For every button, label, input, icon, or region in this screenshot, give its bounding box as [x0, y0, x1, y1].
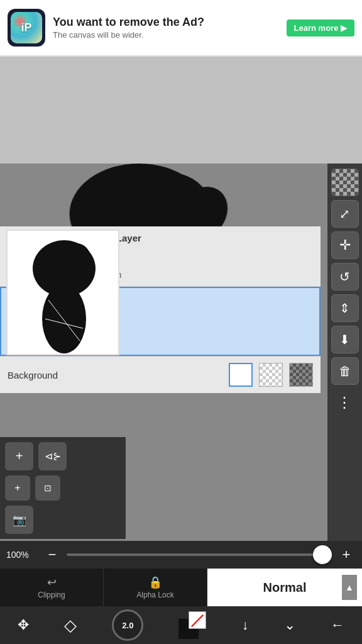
brush-size-button[interactable]: 2.0	[112, 609, 143, 641]
ad-text-block: You want to remove the Ad? The canvas wi…	[53, 16, 282, 40]
main-drawing-area: ⤢ ✛ ↺ ⇕ ⬇ 🗑 ⋮ Selection Layer No Selecti…	[0, 164, 362, 644]
flip-button[interactable]: ⇕	[331, 294, 359, 322]
back-button[interactable]: ←	[331, 617, 344, 633]
download-icon: ↓	[242, 617, 249, 633]
alpha-lock-icon: 🔒	[148, 575, 162, 589]
add-layer-button[interactable]: +	[5, 442, 33, 470]
clipping-button[interactable]: ↩ Clipping	[0, 569, 104, 606]
alpha-lock-label: Alpha Lock	[136, 591, 173, 599]
eraser-icon: ◇	[64, 616, 77, 635]
zoom-plus-button[interactable]: +	[337, 547, 356, 563]
add-small-button[interactable]: +	[5, 475, 30, 501]
zoom-slider-track[interactable]	[67, 553, 332, 556]
checker-button[interactable]	[331, 169, 359, 196]
merge-layer-button[interactable]: ⊲⊱	[38, 442, 67, 470]
ad-title: You want to remove the Ad?	[53, 16, 282, 30]
clipping-icon: ↩	[47, 575, 57, 589]
back-icon: ←	[331, 617, 344, 633]
background-row[interactable]: Background	[0, 356, 321, 393]
eraser-tool-button[interactable]: ◇	[64, 616, 77, 635]
zoom-level: 100%	[6, 550, 38, 560]
blend-mode-arrow[interactable]: ▲	[342, 575, 357, 600]
move-button[interactable]: ✛	[331, 231, 359, 259]
layer-controls-row2: + ⊡	[5, 475, 60, 501]
color-selector-button[interactable]	[178, 611, 206, 639]
zoom-minus-button[interactable]: −	[43, 547, 62, 563]
preview-canvas	[8, 231, 119, 355]
mode-bar: ↩ Clipping 🔒 Alpha Lock Normal ▲	[0, 569, 362, 606]
ad-app-icon: iP	[8, 9, 45, 47]
red-diagonal	[192, 614, 204, 627]
more-button[interactable]: ⋮	[331, 389, 359, 416]
ad-subtitle: The canvas will be wider.	[53, 30, 282, 40]
bottom-toolbar: ✥ ◇ 2.0 ↓ ⌄ ←	[0, 606, 362, 644]
character-preview	[6, 230, 119, 355]
transform-tool-button[interactable]: ✥	[18, 617, 29, 633]
bg-white-option[interactable]	[229, 363, 253, 387]
rotate-button[interactable]: ↺	[331, 263, 359, 291]
canvas-top-area	[0, 57, 362, 164]
bg-dark-option[interactable]	[289, 363, 313, 387]
layer-controls: + ⊲⊱ + ⊡ 📷	[0, 437, 126, 539]
camera-button[interactable]: 📷	[5, 506, 33, 534]
transform-button[interactable]: ⤢	[331, 200, 359, 228]
zoom-bar: 100% − +	[0, 541, 362, 569]
download-button[interactable]: ⬇	[331, 326, 359, 353]
bg-checker-option[interactable]	[259, 363, 283, 387]
blend-mode-text: Normal	[263, 580, 307, 595]
background-color	[189, 611, 206, 629]
download-tool-button[interactable]: ↓	[242, 617, 249, 633]
layer-controls-row1: + ⊲⊱	[5, 442, 67, 470]
ad-icon-inner: iP	[11, 12, 42, 43]
undo-icon: ⌄	[284, 617, 295, 633]
ad-banner: iP You want to remove the Ad? The canvas…	[0, 0, 362, 57]
zoom-slider-thumb[interactable]	[313, 545, 332, 564]
compress-button[interactable]: ⊡	[35, 475, 60, 501]
trash-button[interactable]: 🗑	[331, 357, 359, 385]
layer-controls-row3: 📷	[5, 506, 33, 534]
blend-mode-selector[interactable]: Normal ▲	[207, 569, 362, 606]
undo-button[interactable]: ⌄	[284, 617, 295, 633]
clipping-label: Clipping	[38, 591, 65, 599]
transform-tool-icon: ✥	[18, 617, 29, 633]
learn-more-button[interactable]: Learn more ▶	[287, 19, 354, 36]
background-label: Background	[8, 370, 222, 380]
alpha-lock-button[interactable]: 🔒 Alpha Lock	[104, 569, 207, 606]
